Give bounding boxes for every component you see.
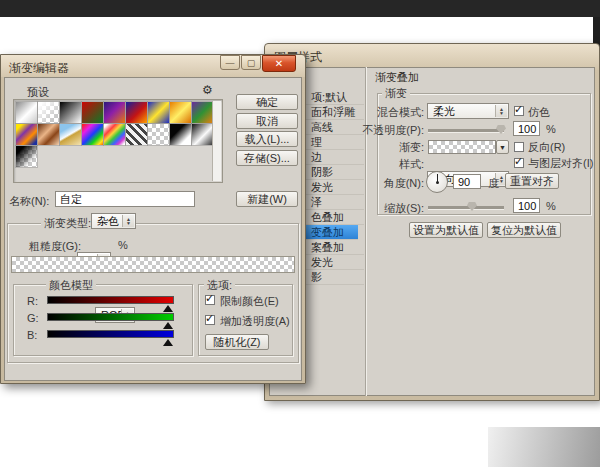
preset-swatch-gradient <box>16 146 37 167</box>
opacity-slider[interactable] <box>428 129 504 132</box>
randomize-button[interactable]: 随机化(Z) <box>205 334 269 350</box>
name-label: 名称(N): <box>9 194 49 209</box>
preset-swatch-copper[interactable] <box>38 124 59 145</box>
channel-b-label: B: <box>27 329 37 341</box>
channel-r-label: R: <box>27 295 38 307</box>
dither-label: 仿色 <box>528 105 550 120</box>
reset-default-button[interactable]: 复位为默认值 <box>487 222 561 238</box>
preset-swatch-gradient <box>104 102 125 123</box>
preset-swatch-gradient <box>38 124 59 145</box>
gradient-type-select[interactable]: 杂色 ▲▼ <box>91 213 136 229</box>
maximize-button[interactable]: ▢ <box>241 55 261 70</box>
spinner-icon: ▲▼ <box>122 215 134 227</box>
load-button[interactable]: 载入(L)... <box>236 131 298 147</box>
preset-swatch-gradient <box>170 124 191 145</box>
channel-g-thumb[interactable] <box>163 322 173 329</box>
preset-swatch-gradient <box>38 102 59 123</box>
gradient-editor-title: 渐变编辑器 <box>9 60 69 77</box>
preset-swatch-gradient <box>82 102 103 123</box>
preset-swatch-chrome[interactable] <box>60 124 81 145</box>
presets-label: 预设 <box>27 85 49 100</box>
preset-swatch-gradient <box>126 102 147 123</box>
gradient-preview-bar[interactable] <box>11 256 295 273</box>
align-checkbox[interactable] <box>514 158 524 168</box>
preset-swatch-gradient <box>126 124 147 145</box>
channel-g-label: G: <box>27 312 39 324</box>
preset-swatch-blue-yellow-blue[interactable] <box>148 102 169 123</box>
dither-checkbox[interactable] <box>514 106 524 116</box>
preset-swatch-gradient <box>82 124 103 145</box>
channel-b-bar[interactable] <box>47 330 174 338</box>
preset-swatch-blue-red-yellow[interactable] <box>126 102 147 123</box>
add-transparency-label: 增加透明度(A) <box>220 314 290 329</box>
ok-button[interactable]: 确定 <box>236 94 298 110</box>
preset-swatch-gradient <box>148 102 169 123</box>
scale-label: 缩放(S): <box>361 201 424 216</box>
scale-slider[interactable] <box>428 206 504 209</box>
preset-swatch-transparent-stripes[interactable] <box>126 124 147 145</box>
set-default-button[interactable]: 设置为默认值 <box>409 222 483 238</box>
layer-style-dialog: 图层样式 项:默认面和浮雕高线理边阴影发光泽色叠加变叠加案叠加发光影 渐变叠加 … <box>264 43 600 401</box>
preset-swatch-yellow-violet-orange-blue[interactable] <box>16 124 37 145</box>
preset-swatch-white-to-transparent[interactable] <box>38 102 59 123</box>
gradient-editor-dialog: 渐变编辑器 — ▢ ✕ 预设 ⚙ 确定 取消 载入(L)... 存储(S)...… <box>0 54 306 384</box>
angle-dial[interactable] <box>426 171 448 193</box>
blend-mode-label: 混合模式: <box>361 105 424 120</box>
channel-g-bar[interactable] <box>47 313 174 321</box>
gradient-well[interactable] <box>428 140 496 154</box>
preset-swatch-spectrum[interactable] <box>82 124 103 145</box>
close-icon: ✕ <box>275 58 283 69</box>
gradient-type-label: 渐变类型: <box>41 216 94 231</box>
add-transparency-checkbox[interactable] <box>205 315 215 325</box>
gradient-type-value: 杂色 <box>97 214 119 229</box>
angle-unit: 度 <box>488 176 499 191</box>
canvas-gradient-preview <box>488 427 600 467</box>
reset-align-button[interactable]: 重置对齐 <box>505 173 559 189</box>
options-label: 选项: <box>204 278 235 293</box>
preset-swatch-gradient <box>170 102 191 123</box>
minimize-icon: — <box>226 58 235 68</box>
preset-swatch-red-to-green[interactable] <box>82 102 103 123</box>
gradient-overlay-panel: 渐变叠加 渐变 混合模式: 柔光 ▲▼ 仿色 不透明度(P): 100 % 渐变… <box>265 44 600 402</box>
angle-input[interactable]: 90 <box>453 174 481 189</box>
gradient-picker-arrow[interactable]: ▼ <box>496 140 509 154</box>
group-label: 渐变 <box>382 86 410 101</box>
preset-swatch-gradient <box>60 124 81 145</box>
channel-r-thumb[interactable] <box>163 305 173 312</box>
close-button[interactable]: ✕ <box>262 55 296 72</box>
restrict-colors-label: 限制颜色(E) <box>220 294 279 309</box>
angle-center-dot <box>436 181 439 184</box>
reverse-label: 反向(R) <box>528 140 565 155</box>
channel-r-bar[interactable] <box>47 296 174 304</box>
preset-swatch-silver[interactable] <box>16 102 37 123</box>
preset-swatch-violet-to-orange[interactable] <box>104 102 125 123</box>
preset-swatch-black-white-hard[interactable] <box>170 124 191 145</box>
workspace-top-band <box>0 0 600 17</box>
reverse-checkbox[interactable] <box>514 142 524 152</box>
preset-scrollbar[interactable] <box>212 101 221 181</box>
new-button[interactable]: 新建(W) <box>236 191 298 207</box>
minimize-button[interactable]: — <box>220 55 240 70</box>
save-button[interactable]: 存储(S)... <box>236 150 298 166</box>
preset-swatch-black-to-white[interactable] <box>60 102 81 123</box>
restrict-colors-checkbox[interactable] <box>205 295 215 305</box>
preset-swatch-violet-green-orange[interactable] <box>192 102 213 123</box>
preset-panel <box>13 99 223 183</box>
preset-swatch-transparent-rainbow[interactable] <box>104 124 125 145</box>
channel-b-thumb[interactable] <box>163 339 173 346</box>
preset-swatch-gradient <box>16 124 37 145</box>
scale-input[interactable]: 100 <box>513 198 540 213</box>
name-input[interactable]: 自定 <box>55 191 195 207</box>
preset-swatch-orange-yellow-orange[interactable] <box>170 102 191 123</box>
gear-icon[interactable]: ⚙ <box>202 83 213 97</box>
maximize-icon: ▢ <box>247 58 256 68</box>
cancel-button[interactable]: 取消 <box>236 113 298 129</box>
opacity-input[interactable]: 100 <box>513 121 540 136</box>
blend-mode-value: 柔光 <box>433 104 455 119</box>
preset-swatch-black-white-black[interactable] <box>192 124 213 145</box>
blend-mode-select[interactable]: 柔光 ▲▼ <box>427 103 509 119</box>
preset-swatch-gradient <box>192 124 213 145</box>
preset-swatch-transparent-checker[interactable] <box>148 124 169 145</box>
spinner-icon: ▲▼ <box>495 105 507 117</box>
preset-swatch-black-to-transparent[interactable] <box>16 146 37 167</box>
